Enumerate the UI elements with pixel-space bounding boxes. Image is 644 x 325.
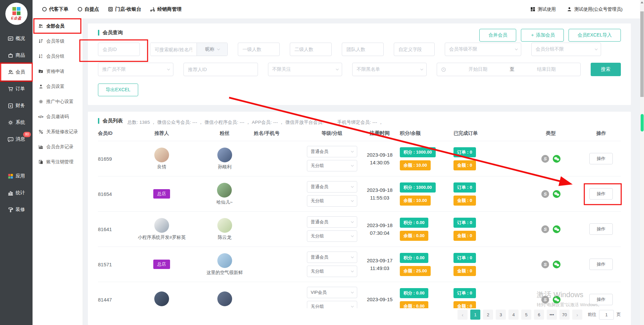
search-button[interactable]: 搜索 <box>591 63 621 76</box>
gear-icon <box>38 99 43 104</box>
scrollbar-thumb[interactable] <box>640 11 644 97</box>
page-button-2[interactable]: 3 <box>496 310 506 320</box>
topnav-item-store-cashier[interactable]: 门店-收银台 <box>108 6 141 12</box>
row-action-button[interactable]: 操作 <box>589 223 613 235</box>
row-group-select[interactable]: 无分组 <box>307 160 357 171</box>
page-button-1[interactable]: 2 <box>483 310 493 320</box>
fan-name: 这里的空气很新鲜 <box>207 270 243 276</box>
member-id-input[interactable] <box>98 43 140 56</box>
goto-page-input[interactable] <box>599 310 614 320</box>
svg-text:S: S <box>543 192 546 197</box>
submenu-item-qualification[interactable]: 资格申请 <box>33 64 83 79</box>
fan-avatar[interactable] <box>217 148 232 162</box>
fan-avatar[interactable] <box>217 291 232 306</box>
team-count-input[interactable] <box>342 43 384 56</box>
submenu-item-promotion-settings[interactable]: 推广中心设置 <box>33 94 83 109</box>
fan-avatar-block: 陈云龙 <box>217 218 232 240</box>
member-type-cell: S <box>521 190 581 198</box>
row-group-select[interactable]: 无分组 <box>307 301 357 308</box>
scroll-up-arrow-icon[interactable] <box>641 1 643 3</box>
sidebar-item-overview[interactable]: 概况 <box>0 30 33 47</box>
row-level-select[interactable]: 普通会员 <box>307 216 357 228</box>
sidebar-item-stats[interactable]: 统计 <box>0 184 33 201</box>
keyword-input[interactable] <box>150 43 197 56</box>
svg-text:S: S <box>543 297 546 302</box>
row-action-button[interactable]: 操作 <box>589 259 613 270</box>
prev-page-button[interactable]: ‹ <box>458 310 468 320</box>
custom-field-input[interactable] <box>394 43 435 56</box>
submenu-item-invite-code[interactable]: </> 会员邀请码 <box>33 109 83 124</box>
sidebar-item-label: 概况 <box>16 36 25 42</box>
end-date-placeholder[interactable]: 结束日期 <box>517 66 576 72</box>
referrer-avatar[interactable] <box>154 148 169 162</box>
add-member-button[interactable]: ＋ 添加会员 <box>521 29 564 42</box>
submenu-item-member-groups[interactable]: AZ 会员分组 <box>33 49 83 64</box>
page-button-0[interactable]: 1 <box>470 310 480 320</box>
sidebar-item-system[interactable]: 系统 <box>0 114 33 131</box>
row-action-button[interactable]: 操作 <box>589 188 613 200</box>
current-user-menu[interactable]: 测试使用(公众号管理员) <box>567 6 623 12</box>
follow-status-select[interactable]: 不限关注 <box>268 63 342 76</box>
level2-count-input[interactable] <box>290 43 332 56</box>
page-button-6[interactable]: ••• <box>547 310 557 320</box>
member-type-cell: S <box>521 260 581 269</box>
test-account-shortcut[interactable]: 测试使用 <box>530 6 556 12</box>
row-level-value: 普通会员 <box>311 149 328 155</box>
sidebar-item-design[interactable]: 装修 <box>0 201 33 218</box>
order-count-badge: 订单 : 0 <box>453 147 476 157</box>
fan-avatar[interactable] <box>217 183 232 198</box>
row-group-select[interactable]: 无分组 <box>307 195 357 207</box>
referrer-id-input[interactable] <box>183 63 258 76</box>
blacklist-select[interactable]: 不限黑名单 <box>352 63 427 76</box>
topnav-item-dealer-management[interactable]: 经销商管理 <box>150 6 182 12</box>
row-action-button[interactable]: 操作 <box>589 153 613 164</box>
page-button-7[interactable]: 70 <box>559 310 570 320</box>
submenu-item-member-settings[interactable]: 会员设置 <box>33 79 83 94</box>
sidebar-item-apps[interactable]: 应用 <box>0 168 33 184</box>
submenu-item-relation-chain-log[interactable]: 关系链修改记录 <box>33 124 83 139</box>
level1-count-input[interactable] <box>238 43 280 56</box>
page-scrollbar[interactable] <box>640 0 644 325</box>
keyword-type-select[interactable]: 昵称 <box>197 43 227 56</box>
sidebar-item-finance[interactable]: ¥ 财务 <box>0 97 33 114</box>
member-level-select[interactable]: 会员等级不限 <box>445 43 521 56</box>
start-date-placeholder[interactable]: 开始日期 <box>448 66 508 72</box>
member-id: 81641 <box>98 226 128 232</box>
sidebar-item-orders[interactable]: 订单 <box>0 80 33 97</box>
row-level-select[interactable]: 普通会员 <box>307 146 357 157</box>
action-cell: 操作 <box>581 153 621 164</box>
sidebar-item-members[interactable]: 会员 <box>0 64 33 80</box>
merge-members-button[interactable]: 合并会员 <box>479 29 516 42</box>
sidebar-item-goods[interactable]: 商品 <box>0 47 33 64</box>
fan-avatar[interactable] <box>217 253 232 268</box>
fan-avatar[interactable] <box>217 218 232 233</box>
member-group-select[interactable]: 会员分组不限 <box>531 43 601 56</box>
title-accent-bar <box>98 30 99 36</box>
topnav-item-pickup-point[interactable]: 自提点 <box>77 6 99 12</box>
topnav-item-valet-order[interactable]: 代客下单 <box>42 6 68 12</box>
submenu-item-merge-records[interactable]: 会员合并记录 <box>33 139 83 154</box>
row-action-button[interactable]: 操作 <box>589 294 613 305</box>
page-button-4[interactable]: 5 <box>521 310 531 320</box>
row-level-select[interactable]: 普通会员 <box>307 181 357 193</box>
chevron-down-icon <box>351 269 354 272</box>
sidebar-item-messages[interactable]: 消息 80 <box>0 131 33 148</box>
referrer-avatar[interactable] <box>154 291 169 306</box>
member-excel-import-button[interactable]: 会员EXCEL导入 <box>569 29 621 42</box>
submenu-label: 会员分组 <box>46 53 64 59</box>
promoter-select[interactable]: 推广员不限 <box>98 63 173 76</box>
next-page-button[interactable]: › <box>572 310 582 320</box>
page-button-3[interactable]: 4 <box>508 310 519 320</box>
submenu-item-member-levels[interactable]: 会员等级 <box>33 34 83 49</box>
register-date-range[interactable]: 开始日期 至 结束日期 <box>437 63 580 76</box>
submenu-item-all-members[interactable]: 全部会员 <box>33 18 83 34</box>
referrer-avatar[interactable] <box>154 218 169 233</box>
submenu-item-account-cancellation[interactable]: 账号注销管理 <box>33 154 83 169</box>
row-group-select[interactable]: 无分组 <box>307 230 357 242</box>
open-platform-icon: S <box>541 190 549 198</box>
row-group-select[interactable]: 无分组 <box>307 266 357 277</box>
row-level-select[interactable]: VIP会员 <box>307 287 357 298</box>
export-excel-button[interactable]: 导出EXCEL <box>98 84 138 96</box>
page-button-5[interactable]: 6 <box>534 310 544 320</box>
row-level-select[interactable]: 普通会员 <box>307 252 357 263</box>
